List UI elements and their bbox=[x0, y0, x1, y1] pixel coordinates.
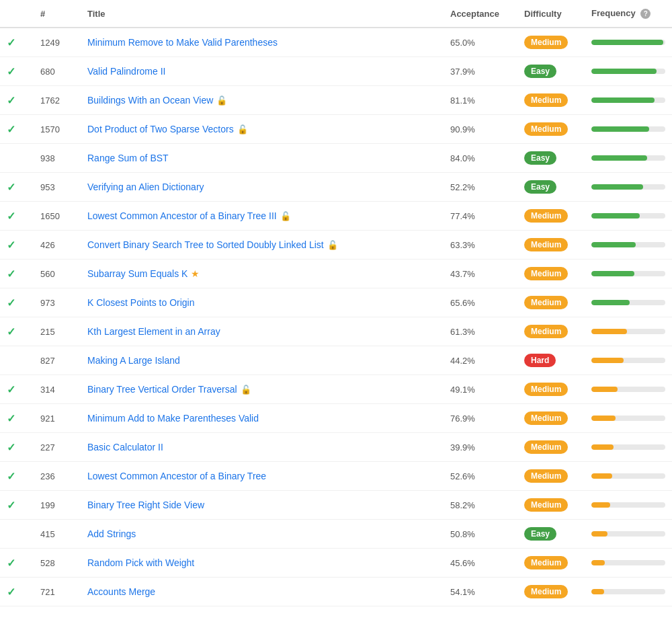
solved-check: ✓ bbox=[0, 57, 34, 86]
problem-title-link[interactable]: Lowest Common Ancestor of a Binary Tree … bbox=[87, 210, 277, 221]
difficulty-badge-cell: Medium bbox=[517, 115, 585, 144]
problem-title-link[interactable]: Minimum Add to Make Parentheses Valid bbox=[87, 413, 259, 424]
problem-title-link[interactable]: K Closest Points to Origin bbox=[87, 297, 195, 308]
difficulty-badge: Medium bbox=[524, 209, 568, 223]
problem-title-link[interactable]: Making A Large Island bbox=[87, 355, 180, 366]
acceptance-rate: 76.9% bbox=[444, 404, 517, 433]
acceptance-rate: 65.6% bbox=[444, 288, 517, 317]
problem-number: 973 bbox=[34, 288, 81, 317]
problem-title-link[interactable]: Verifying an Alien Dictionary bbox=[87, 182, 204, 192]
problem-title-link[interactable]: Range Sum of BST bbox=[87, 153, 169, 163]
solved-check: ✓ bbox=[0, 86, 34, 115]
table-row: ✓953Verifying an Alien Dictionary52.2%Ea… bbox=[0, 173, 672, 202]
difficulty-badge-cell: Easy bbox=[517, 173, 585, 202]
problem-title-link[interactable]: Basic Calculator II bbox=[87, 442, 163, 452]
problem-title-link[interactable]: Subarray Sum Equals K bbox=[87, 268, 187, 279]
star-icon: ★ bbox=[191, 268, 200, 279]
difficulty-badge: Medium bbox=[524, 36, 568, 49]
solved-check: ✓ bbox=[0, 231, 34, 260]
frequency-bar-cell bbox=[585, 375, 672, 404]
difficulty-badge-cell: Medium bbox=[517, 404, 585, 433]
difficulty-badge-cell: Medium bbox=[517, 288, 585, 317]
acceptance-rate: 49.1% bbox=[444, 375, 517, 404]
problem-title-link[interactable]: Minimum Remove to Make Valid Parentheses bbox=[87, 37, 278, 48]
table-row: ✓314Binary Tree Vertical Order Traversal… bbox=[0, 375, 672, 404]
header-frequency: Frequency ? bbox=[585, 0, 672, 28]
frequency-bar-cell bbox=[585, 462, 672, 491]
checkmark-icon: ✓ bbox=[7, 326, 15, 338]
difficulty-badge: Medium bbox=[524, 325, 568, 338]
problem-number: 721 bbox=[34, 578, 81, 606]
difficulty-badge: Medium bbox=[524, 498, 568, 512]
problem-title-cell: Lowest Common Ancestor of a Binary Tree … bbox=[81, 202, 444, 231]
solved-check: ✓ bbox=[0, 173, 34, 202]
problem-title-cell: Basic Calculator II bbox=[81, 433, 444, 462]
frequency-bar-container bbox=[591, 502, 665, 508]
problem-title-cell: Making A Large Island bbox=[81, 346, 444, 375]
frequency-bar-cell bbox=[585, 115, 672, 144]
problem-title-link[interactable]: Lowest Common Ancestor of a Binary Tree bbox=[87, 471, 266, 481]
problem-title-link[interactable]: Valid Palindrome II bbox=[87, 66, 165, 77]
checkmark-icon: ✓ bbox=[7, 239, 15, 251]
problem-title-link[interactable]: Accounts Merge bbox=[87, 586, 155, 597]
table-row: ✓921Minimum Add to Make Parentheses Vali… bbox=[0, 404, 672, 433]
acceptance-rate: 43.7% bbox=[444, 260, 517, 288]
acceptance-rate: 58.2% bbox=[444, 491, 517, 520]
problem-title-link[interactable]: Add Strings bbox=[87, 528, 136, 539]
problem-title-cell: Convert Binary Search Tree to Sorted Dou… bbox=[81, 231, 444, 260]
problem-title-link[interactable]: Dot Product of Two Sparse Vectors bbox=[87, 124, 234, 134]
difficulty-badge-cell: Medium bbox=[517, 549, 585, 578]
acceptance-rate: 52.2% bbox=[444, 173, 517, 202]
solved-check bbox=[0, 144, 34, 173]
frequency-help-icon[interactable]: ? bbox=[640, 9, 650, 19]
difficulty-badge: Easy bbox=[524, 180, 556, 194]
problem-title-link[interactable]: Random Pick with Weight bbox=[87, 557, 194, 568]
solved-check: ✓ bbox=[0, 462, 34, 491]
difficulty-badge: Medium bbox=[524, 93, 568, 107]
solved-check bbox=[0, 520, 34, 549]
table-row: 827Making A Large Island44.2%Hard bbox=[0, 346, 672, 375]
frequency-bar bbox=[591, 473, 612, 479]
solved-check: ✓ bbox=[0, 115, 34, 144]
solved-check: ✓ bbox=[0, 433, 34, 462]
acceptance-rate: 37.9% bbox=[444, 57, 517, 86]
frequency-bar-cell bbox=[585, 28, 672, 57]
difficulty-badge: Easy bbox=[524, 65, 556, 78]
problem-title-link[interactable]: Convert Binary Search Tree to Sorted Dou… bbox=[87, 239, 324, 250]
frequency-bar-container bbox=[591, 40, 665, 45]
table-row: ✓1249Minimum Remove to Make Valid Parent… bbox=[0, 28, 672, 57]
table-row: 938Range Sum of BST84.0%Easy bbox=[0, 144, 672, 173]
difficulty-badge: Medium bbox=[524, 383, 568, 396]
frequency-bar-cell bbox=[585, 346, 672, 375]
acceptance-rate: 84.0% bbox=[444, 144, 517, 173]
frequency-bar bbox=[591, 155, 647, 161]
difficulty-badge-cell: Medium bbox=[517, 86, 585, 115]
header-title: Title bbox=[81, 0, 444, 28]
frequency-bar-container bbox=[591, 589, 665, 594]
difficulty-badge-cell: Medium bbox=[517, 28, 585, 57]
frequency-bar-cell bbox=[585, 578, 672, 606]
problem-title-link[interactable]: Buildings With an Ocean View bbox=[87, 95, 213, 106]
frequency-bar-cell bbox=[585, 520, 672, 549]
frequency-bar-container bbox=[591, 329, 665, 334]
table-row: 415Add Strings50.8%Easy bbox=[0, 520, 672, 549]
problem-title-cell: Kth Largest Element in an Array bbox=[81, 317, 444, 346]
frequency-bar bbox=[591, 213, 640, 219]
difficulty-badge-cell: Medium bbox=[517, 202, 585, 231]
table-row: ✓1650Lowest Common Ancestor of a Binary … bbox=[0, 202, 672, 231]
frequency-bar-cell bbox=[585, 260, 672, 288]
acceptance-rate: 50.8% bbox=[444, 520, 517, 549]
frequency-bar-container bbox=[591, 416, 665, 421]
solved-check: ✓ bbox=[0, 404, 34, 433]
problem-title-link[interactable]: Binary Tree Right Side View bbox=[87, 500, 204, 510]
frequency-bar-cell bbox=[585, 144, 672, 173]
checkmark-icon: ✓ bbox=[7, 442, 15, 453]
solved-check: ✓ bbox=[0, 549, 34, 578]
checkmark-icon: ✓ bbox=[7, 413, 15, 424]
difficulty-badge: Hard bbox=[524, 354, 556, 367]
problem-title-link[interactable]: Binary Tree Vertical Order Traversal bbox=[87, 384, 237, 395]
frequency-bar bbox=[591, 271, 634, 276]
table-row: ✓1762Buildings With an Ocean View🔓81.1%M… bbox=[0, 86, 672, 115]
problem-title-cell: Verifying an Alien Dictionary bbox=[81, 173, 444, 202]
problem-title-link[interactable]: Kth Largest Element in an Array bbox=[87, 326, 220, 337]
